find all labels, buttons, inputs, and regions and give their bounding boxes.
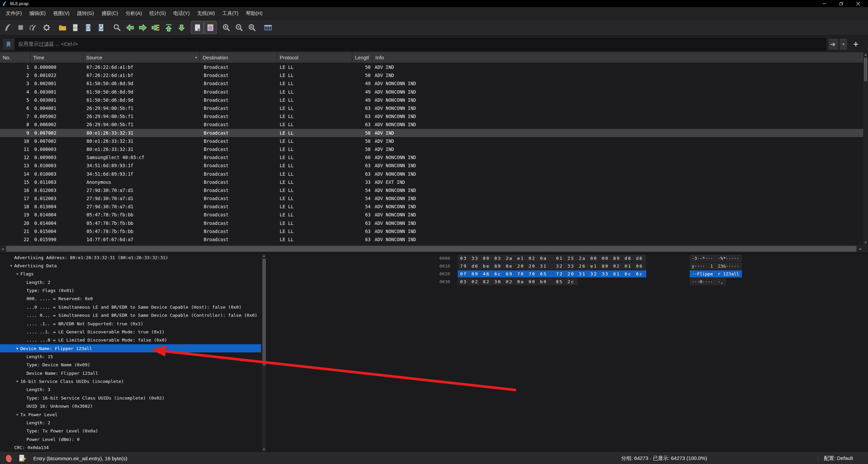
packet-row[interactable]: 120.009003SamsungElect_40:65:cfBroadcast… (0, 153, 863, 161)
go-to-bottom-icon[interactable] (175, 21, 188, 34)
hex-row[interactable]: 003003 02 82 30 02 0a 00 b085 2c···0····… (267, 278, 868, 285)
scrollbar-thumb[interactable] (6, 246, 856, 252)
detail-line[interactable]: Type: Flags (0x01) (0, 286, 261, 294)
detail-line[interactable]: CRC: 0x0da134 (0, 443, 261, 451)
packet-row[interactable]: 90.00700280:e1:26:33:32:31BroadcastLE LL… (0, 129, 863, 137)
zoom-out-icon[interactable] (233, 21, 245, 34)
scroll-down-icon[interactable]: ▼ (863, 240, 868, 245)
detail-line[interactable]: ...0 .... = Simultaneous LE and BR/EDR t… (0, 303, 261, 311)
column-header-time[interactable]: Time (31, 52, 83, 63)
detail-line[interactable]: UUID 16: Unknown (0x3082) (0, 402, 261, 410)
resize-columns-icon[interactable] (261, 21, 274, 34)
packet-list-horizontal-scrollbar[interactable]: ◄ ► (0, 245, 863, 253)
zoom-reset-icon[interactable] (245, 21, 258, 34)
scroll-left-icon[interactable]: ◄ (0, 245, 5, 253)
packet-row[interactable]: 30.00200161:50:50:d6:8d:9dBroadcastLE LL… (0, 79, 863, 88)
go-to-top-icon[interactable] (162, 21, 175, 34)
detail-line[interactable]: .... ..1. = LE General Discoverable Mode… (0, 328, 261, 336)
profile-status[interactable]: 配置: Default (824, 453, 853, 464)
packet-row[interactable]: 40.00300161:50:50:d6:8d:9dBroadcastLE LL… (0, 88, 863, 96)
colorize-packets-icon[interactable] (204, 21, 217, 34)
go-back-icon[interactable] (123, 21, 136, 34)
expert-info-icon[interactable] (5, 454, 13, 463)
menu-item-1[interactable]: 文件(F) (2, 7, 26, 19)
start-capture-icon[interactable] (1, 21, 14, 34)
menu-item-5[interactable]: 捕获(C) (98, 7, 122, 19)
filter-add-button[interactable]: + (850, 38, 861, 50)
hex-row[interactable]: 00200f 09 46 6c 69 70 70 6572 20 31 32 3… (267, 270, 868, 277)
packet-row[interactable]: 180.01300427:9d:30:70:a7:d1BroadcastLE L… (0, 202, 863, 211)
scrollbar-thumb[interactable] (262, 259, 266, 366)
detail-line[interactable]: Length: 15 (0, 352, 261, 361)
column-header-lengtl[interactable]: Lengtl (352, 52, 373, 63)
detail-line[interactable]: .... 0... = Simultaneous LE and BR/EDR t… (0, 311, 261, 320)
menu-item-10[interactable]: 工具(T) (219, 7, 242, 19)
reload-file-icon[interactable] (95, 21, 107, 34)
detail-line[interactable]: ▼Tx Power Level (0, 410, 261, 419)
packet-row[interactable]: 50.00300161:50:50:d6:8d:9dBroadcastLE LL… (0, 96, 863, 104)
menu-item-9[interactable]: 无线(W) (193, 7, 218, 19)
column-header-destination[interactable]: Destination (200, 52, 277, 63)
packet-row[interactable]: 60.00400126:29:94:00:5b:f1BroadcastLE LL… (0, 104, 863, 112)
find-packet-icon[interactable] (111, 21, 123, 34)
packet-row[interactable]: 220.0159901d:7f:0f:67:6d:a7BroadcastLE L… (0, 235, 863, 244)
packet-row[interactable]: 80.00600226:29:94:00:5b:f1BroadcastLE LL… (0, 120, 863, 129)
go-forward-icon[interactable] (136, 21, 149, 34)
scrollbar-thumb[interactable] (864, 58, 867, 81)
menu-item-3[interactable]: 视图(V) (50, 7, 73, 19)
packet-row[interactable]: 130.01000334:51:6d:89:93:1fBroadcastLE L… (0, 161, 863, 170)
packet-row[interactable]: 140.01000334:51:6d:89:93:1fBroadcastLE L… (0, 170, 863, 178)
packet-row[interactable]: 150.011003AnonymousBroadcastLE LL33ADV_E… (0, 178, 863, 186)
details-vertical-scrollbar[interactable]: ▲ ▼ (261, 253, 267, 452)
filter-apply-button[interactable] (828, 38, 839, 50)
capture-comment-icon[interactable] (18, 454, 26, 463)
minimize-button[interactable] (816, 0, 833, 7)
caret-down-icon[interactable]: ▼ (14, 347, 20, 350)
menu-item-8[interactable]: 电话(Y) (170, 7, 193, 19)
packet-list-vertical-scrollbar[interactable]: ▲ ▼ (863, 52, 868, 245)
scroll-right-icon[interactable]: ► (858, 245, 863, 253)
detail-line[interactable]: Length: 2 (0, 278, 261, 286)
capture-options-icon[interactable] (40, 21, 53, 34)
packet-row[interactable]: 160.01200327:9d:30:70:a7:d1BroadcastLE L… (0, 186, 863, 194)
hex-row[interactable]: 001079 d6 be 89 8e 20 20 3132 33 26 e1 8… (267, 263, 868, 270)
detail-line[interactable]: Advertising Address: 80:e1:26:33:32:31 (… (0, 253, 261, 262)
packet-row[interactable]: 110.00800380:e1:26:33:32:31BroadcastLE L… (0, 145, 863, 153)
caret-down-icon[interactable]: ▼ (14, 272, 20, 276)
stop-capture-icon[interactable] (14, 21, 27, 34)
column-header-no[interactable]: No. (0, 52, 31, 63)
packet-row[interactable]: 100.00700280:e1:26:33:32:31BroadcastLE L… (0, 137, 863, 145)
packet-row[interactable]: 70.00500226:29:94:00:5b:f1BroadcastLE LL… (0, 112, 863, 120)
filter-bookmark-button[interactable] (2, 38, 15, 50)
packet-row[interactable]: 20.00102267:26:22:6d:a1:bfBroadcastLE LL… (0, 71, 863, 79)
zoom-in-icon[interactable] (220, 21, 233, 34)
packet-row[interactable]: 190.01400405:47:78:7b:fb:bbBroadcastLE L… (0, 211, 863, 219)
packet-row[interactable]: 10.00000067:26:22:6d:a1:bfBroadcastLE LL… (0, 63, 863, 71)
detail-line[interactable]: Type: Device Name (0x09) (0, 361, 261, 369)
packet-row[interactable]: 210.01500405:47:78:7b:fb:bbBroadcastLE L… (0, 227, 863, 235)
detail-line[interactable]: Length: 3 (0, 386, 261, 394)
close-button[interactable] (850, 0, 867, 7)
scroll-down-icon[interactable]: ▼ (261, 447, 267, 452)
detail-line[interactable]: ▼16-bit Service Class UUIDs (incomplete) (0, 377, 261, 385)
scroll-up-icon[interactable]: ▲ (261, 253, 267, 258)
column-header-protocol[interactable]: Protocol (277, 52, 352, 63)
detail-line[interactable]: Power Level (dBm): 0 (0, 435, 261, 443)
detail-line[interactable]: Type: Tx Power Level (0x0a) (0, 427, 261, 435)
restart-capture-icon[interactable] (27, 21, 40, 34)
display-filter-input[interactable]: 应用显示过滤器 ... <Ctrl-/> (2, 38, 826, 51)
detail-line[interactable]: Type: 16-bit Service Class UUIDs (incomp… (0, 394, 261, 402)
detail-line[interactable]: .... .1.. = BR/EDR Not Supported: true (… (0, 320, 261, 328)
packet-row[interactable]: 200.01400405:47:78:7b:fb:bbBroadcastLE L… (0, 219, 863, 227)
caret-down-icon[interactable]: ▼ (8, 264, 14, 268)
menu-item-7[interactable]: 统计(S) (146, 7, 170, 19)
auto-scroll-icon[interactable] (191, 21, 204, 34)
column-header-source[interactable]: Source▼ (83, 52, 200, 63)
menu-item-4[interactable]: 跳转(G) (73, 7, 98, 19)
detail-line[interactable]: ▼Flags (0, 270, 261, 278)
detail-line[interactable]: Length: 2 (0, 419, 261, 427)
detail-line[interactable]: Device Name: Flipper 123all (0, 369, 261, 377)
open-file-icon[interactable] (56, 21, 69, 34)
column-header-info[interactable]: Info (373, 52, 863, 63)
menu-item-11[interactable]: 帮助(H) (242, 7, 266, 19)
